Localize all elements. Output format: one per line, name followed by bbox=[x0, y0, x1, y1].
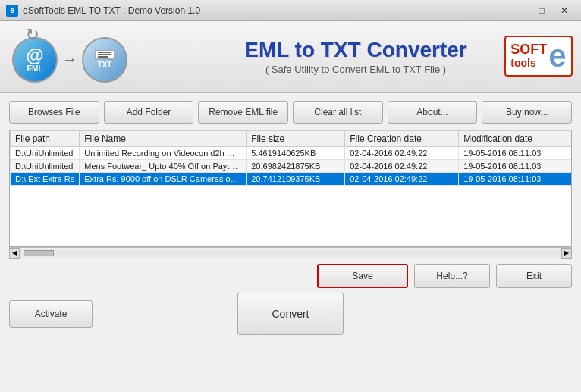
activate-button[interactable]: Activate bbox=[9, 300, 93, 328]
help-button[interactable]: Help...? bbox=[414, 264, 490, 288]
table-cell: 20.7412109375KB bbox=[247, 173, 345, 186]
window-controls: — □ ✕ bbox=[508, 3, 575, 18]
remove-eml-button[interactable]: Remove EML file bbox=[198, 101, 288, 124]
table-cell: 02-04-2016 02:49:22 bbox=[345, 160, 459, 173]
table-cell: 19-05-2016 08:11:03 bbox=[459, 173, 572, 186]
exit-button[interactable]: Exit bbox=[496, 264, 572, 288]
scroll-thumb[interactable] bbox=[24, 250, 54, 256]
txt-icon: TXT bbox=[82, 37, 127, 83]
col-file-name: File Name bbox=[80, 131, 247, 147]
table-cell: 20.6982421875KB bbox=[247, 160, 345, 173]
close-button[interactable]: ✕ bbox=[554, 3, 575, 18]
bottom-bar: Save Help...? Exit bbox=[9, 264, 572, 288]
table-cell: 5.4619140625KB bbox=[247, 147, 345, 160]
table-cell: D:\ Ext Extra Rs bbox=[11, 173, 80, 186]
app-icon: e bbox=[6, 5, 18, 17]
action-bar: Activate Convert bbox=[9, 293, 572, 335]
table-row[interactable]: D:\UniUnlimitedUnlimited Recording on Vi… bbox=[11, 147, 573, 160]
col-file-size: File size bbox=[247, 131, 345, 147]
col-mod-date: Modification date bbox=[459, 131, 572, 147]
title-bar: e eSoftTools EML TO TXT : Demo Version 1… bbox=[0, 0, 581, 21]
title-text: eSoftTools EML TO TXT : Demo Version 1.0 bbox=[23, 5, 200, 16]
add-folder-button[interactable]: Add Folder bbox=[104, 101, 194, 124]
table-cell: D:\UniUnlimited bbox=[11, 160, 80, 173]
toolbar: Browses File Add Folder Remove EML file … bbox=[9, 101, 572, 124]
scroll-right-arrow[interactable]: ▶ bbox=[561, 248, 572, 259]
table-cell: Mens Footwear_ Upto 40% Off on Paytm.eml bbox=[80, 160, 247, 173]
convert-button[interactable]: Convert bbox=[237, 293, 344, 335]
file-table: File path File Name File size File Creat… bbox=[10, 130, 572, 186]
app-logo: SOFT tools e bbox=[508, 27, 569, 84]
header-icons: ↺ @ EML → TXT bbox=[12, 31, 127, 83]
col-file-path: File path bbox=[11, 131, 80, 147]
about-button[interactable]: About... bbox=[388, 101, 478, 124]
table-cell: 19-05-2016 08:11:03 bbox=[459, 160, 572, 173]
title-bar-left: e eSoftTools EML TO TXT : Demo Version 1… bbox=[6, 5, 200, 17]
header: ↺ @ EML → TXT EML to TXT Converter bbox=[0, 21, 581, 93]
convert-area: Convert bbox=[93, 293, 488, 335]
table-row[interactable]: D:\UniUnlimitedMens Footwear_ Upto 40% O… bbox=[11, 160, 573, 173]
table-row[interactable]: D:\ Ext Extra RsExtra Rs. 9000 off on DS… bbox=[11, 173, 573, 186]
logo-tools: tools bbox=[510, 58, 547, 69]
scroll-track[interactable] bbox=[20, 249, 561, 257]
clear-all-button[interactable]: Clear all list bbox=[293, 101, 383, 124]
save-button[interactable]: Save bbox=[317, 264, 408, 288]
horizontal-scrollbar[interactable]: ◀ ▶ bbox=[9, 247, 572, 258]
browse-file-button[interactable]: Browses File bbox=[9, 101, 99, 124]
table-cell: Unlimited Recording on Videocon d2h @ J.… bbox=[80, 147, 247, 160]
logo-soft: SOFT bbox=[510, 42, 547, 58]
restore-button[interactable]: □ bbox=[531, 3, 552, 18]
file-table-container: File path File Name File size File Creat… bbox=[9, 130, 572, 247]
table-cell: Extra Rs. 9000 off on DSLR Cameras on P.… bbox=[80, 173, 247, 186]
table-cell: D:\UniUnlimited bbox=[11, 147, 80, 160]
main-content: Browses File Add Folder Remove EML file … bbox=[0, 93, 581, 343]
table-cell: 02-04-2016 02:49:22 bbox=[345, 173, 459, 186]
table-header-row: File path File Name File size File Creat… bbox=[11, 131, 573, 147]
table-cell: 02-04-2016 02:49:22 bbox=[345, 147, 459, 160]
minimize-button[interactable]: — bbox=[508, 3, 529, 18]
col-creation-date: File Creation date bbox=[345, 131, 459, 147]
scroll-left-arrow[interactable]: ◀ bbox=[9, 248, 20, 259]
buy-now-button[interactable]: Buy now... bbox=[482, 101, 572, 124]
table-cell: 19-05-2016 08:11:03 bbox=[459, 147, 572, 160]
logo-e: e bbox=[548, 40, 566, 72]
